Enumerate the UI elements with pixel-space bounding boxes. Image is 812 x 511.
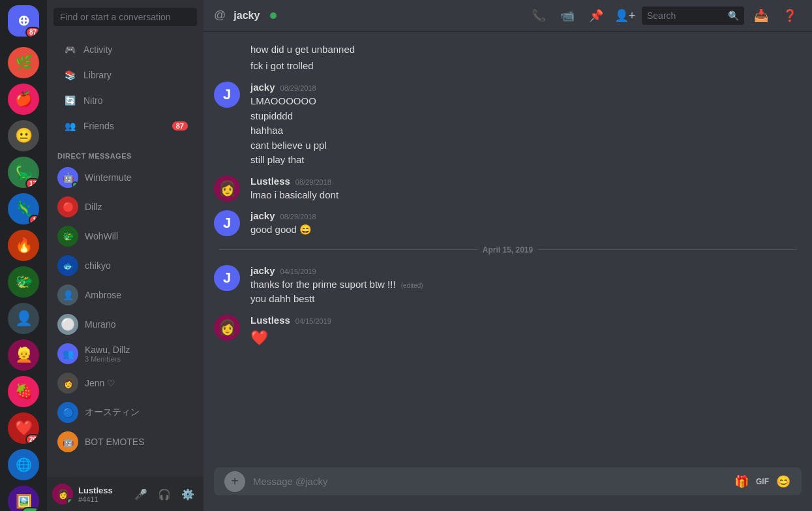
settings-button[interactable]: ⚙️ bbox=[177, 484, 198, 504]
search-wrapper: 🔍 bbox=[642, 7, 744, 25]
server-icon-12[interactable]: 🌐 bbox=[8, 449, 39, 480]
server-sidebar: ⊕ 87 🌿 🍎 😐 🦕 17 🦎 1 🔥 🐲 👤 👱 🍓 ❤️ 26 🌐 bbox=[0, 0, 47, 511]
server-icon-13[interactable]: 🖼️ NEW bbox=[8, 486, 39, 511]
user-panel: 👩 Lustless #4411 🎤 🎧 ⚙️ bbox=[47, 477, 203, 511]
dm-item-dillz[interactable]: 🔴 Dillz bbox=[52, 193, 198, 221]
header-actions: 📞 📹 📌 👤+ 🔍 📥 ❓ bbox=[527, 4, 802, 27]
nav-friends-label: Friends bbox=[83, 121, 114, 131]
dm-item-chikyo[interactable]: 🐟 chikyo bbox=[52, 251, 198, 280]
dm-section-header: DIRECT MESSAGES bbox=[47, 142, 203, 163]
add-friend-button[interactable]: 👤+ bbox=[613, 4, 637, 27]
nav-library[interactable]: 📚 Library bbox=[52, 63, 198, 87]
server-icon-1[interactable]: 🌿 bbox=[8, 47, 39, 78]
dm-info-chikyo: chikyo bbox=[85, 260, 193, 271]
dm-item-jenn[interactable]: 👩 Jenn ♡ bbox=[52, 369, 198, 397]
user-info: Lustless #4411 bbox=[78, 486, 125, 503]
chat-header: @ jacky 📞 📹 📌 👤+ 🔍 📥 ❓ bbox=[203, 0, 812, 31]
server-icon-7[interactable]: 🐲 bbox=[8, 266, 39, 298]
gif-button[interactable]: GIF bbox=[755, 474, 770, 489]
server-icon-3[interactable]: 😐 bbox=[8, 120, 39, 151]
inbox-button[interactable]: 📥 bbox=[749, 4, 773, 27]
msg-text: good good 😄 bbox=[250, 223, 802, 238]
msg-continuation-2: fck i got trolled bbox=[203, 58, 812, 74]
msg-username: jacky bbox=[250, 210, 275, 221]
message-group-lustless-2: 👩 Lustless 04/15/2019 ❤️ bbox=[203, 312, 812, 351]
dm-sub-kawu: 3 Members bbox=[85, 355, 193, 363]
server-icon-4[interactable]: 🦕 17 bbox=[8, 157, 39, 188]
msg-content-lustless-2: Lustless 04/15/2019 ❤️ bbox=[250, 315, 802, 348]
channel-at-icon: @ bbox=[214, 8, 226, 22]
user-avatar: 👩 bbox=[52, 484, 73, 504]
edited-label: (edited) bbox=[401, 282, 423, 289]
nav-nitro[interactable]: 🔄 Nitro bbox=[52, 88, 198, 113]
server-icon-11[interactable]: ❤️ 26 bbox=[8, 412, 39, 444]
search-input[interactable] bbox=[647, 10, 725, 21]
main-content: @ jacky 📞 📹 📌 👤+ 🔍 📥 ❓ how did u get unb… bbox=[203, 0, 812, 511]
server-home-button[interactable]: ⊕ 87 bbox=[8, 5, 39, 37]
msg-content-jacky-1: jacky 08/29/2018 LMAOOOOOO stupidddd hah… bbox=[250, 82, 802, 168]
online-indicator bbox=[270, 12, 277, 19]
pin-button[interactable]: 📌 bbox=[584, 4, 608, 27]
dm-avatar-chikyo: 🐟 bbox=[57, 255, 78, 276]
date-divider: April 15, 2019 bbox=[203, 240, 812, 260]
dm-avatar-murano: ⚪ bbox=[57, 314, 78, 335]
nav-activity[interactable]: 🎮 Activity bbox=[52, 37, 198, 62]
video-button[interactable]: 📹 bbox=[556, 4, 579, 27]
msg-timestamp: 08/29/2018 bbox=[295, 178, 331, 186]
message-input[interactable] bbox=[253, 467, 726, 495]
mute-button[interactable]: 🎤 bbox=[130, 484, 151, 504]
deafen-button[interactable]: 🎧 bbox=[154, 484, 175, 504]
dm-item-kawu[interactable]: 👥 Kawu, Dillz 3 Members bbox=[52, 339, 198, 368]
dm-info-murano: Murano bbox=[85, 319, 193, 330]
message-input-wrapper: + 🎁 GIF 😊 bbox=[214, 467, 802, 495]
dm-avatar-wintermute: 🤖 bbox=[57, 167, 78, 188]
server-icon-2[interactable]: 🍎 bbox=[8, 84, 39, 115]
add-attachment-button[interactable]: + bbox=[224, 471, 245, 492]
message-group-jacky-3: J jacky 04/15/2019 thanks for the prime … bbox=[203, 262, 812, 309]
dm-item-wohwill[interactable]: 🐲 WohWill bbox=[52, 222, 198, 251]
call-button[interactable]: 📞 bbox=[527, 4, 550, 27]
msg-text-2: you dahh bestt bbox=[250, 292, 802, 307]
msg-header-jacky-2: jacky 08/29/2018 bbox=[250, 210, 802, 221]
nav-items: 🎮 Activity 📚 Library 🔄 Nitro 👥 Friends 8… bbox=[47, 34, 203, 142]
dm-item-wintermute[interactable]: 🤖 Wintermute bbox=[52, 163, 198, 192]
dm-avatar-dillz: 🔴 bbox=[57, 196, 78, 217]
msg-content-lustless-1: Lustless 08/29/2018 lmao i basically don… bbox=[250, 176, 802, 203]
dm-item-austin[interactable]: 🔵 オースティン bbox=[52, 398, 198, 427]
msg-header-lustless-2: Lustless 04/15/2019 bbox=[250, 315, 802, 326]
home-badge: 87 bbox=[25, 27, 39, 37]
find-conversation-input[interactable] bbox=[53, 8, 197, 26]
dm-avatar-botemotes: 🤖 bbox=[57, 431, 78, 452]
msg-text: thanks for the prime suport btw !!! (edi… bbox=[250, 277, 802, 292]
dm-info-wohwill: WohWill bbox=[85, 231, 193, 241]
activity-icon: 🎮 bbox=[63, 42, 77, 57]
dm-item-botemotes[interactable]: 🤖 BOT EMOTES bbox=[52, 427, 198, 456]
server-13-badge: NEW bbox=[22, 507, 39, 511]
dm-item-ambrose[interactable]: 👤 Ambrose bbox=[52, 281, 198, 309]
msg-text: cant believe u ppl bbox=[250, 138, 802, 153]
gift-button[interactable]: 🎁 bbox=[734, 474, 749, 489]
emoji-button[interactable]: 😊 bbox=[775, 474, 791, 489]
dm-name-murano: Murano bbox=[85, 319, 193, 330]
server-icon-10[interactable]: 🍓 bbox=[8, 376, 39, 407]
server-icon-8[interactable]: 👤 bbox=[8, 303, 39, 334]
server-5-badge: 1 bbox=[29, 215, 39, 225]
dm-item-murano[interactable]: ⚪ Murano bbox=[52, 310, 198, 339]
message-group-jacky-2: J jacky 08/29/2018 good good 😄 bbox=[203, 208, 812, 240]
username-label: Lustless bbox=[78, 486, 125, 495]
nav-friends[interactable]: 👥 Friends 87 bbox=[52, 114, 198, 138]
input-area: + 🎁 GIF 😊 bbox=[203, 467, 812, 511]
server-icon-5[interactable]: 🦎 1 bbox=[8, 193, 39, 225]
msg-avatar-jacky-3: J bbox=[214, 265, 240, 291]
server-icon-9[interactable]: 👱 bbox=[8, 339, 39, 371]
msg-avatar-jacky: J bbox=[214, 82, 240, 108]
dm-avatar-jenn: 👩 bbox=[57, 373, 78, 394]
dm-info-ambrose: Ambrose bbox=[85, 290, 193, 300]
help-button[interactable]: ❓ bbox=[778, 4, 802, 27]
dm-avatar-ambrose: 👤 bbox=[57, 285, 78, 305]
dm-info-kawu: Kawu, Dillz 3 Members bbox=[85, 345, 193, 363]
msg-content-jacky-3: jacky 04/15/2019 thanks for the prime su… bbox=[250, 265, 802, 307]
msg-avatar-lustless: 👩 bbox=[214, 176, 240, 202]
server-icon-6[interactable]: 🔥 bbox=[8, 230, 39, 261]
dm-avatar-austin: 🔵 bbox=[57, 402, 78, 423]
